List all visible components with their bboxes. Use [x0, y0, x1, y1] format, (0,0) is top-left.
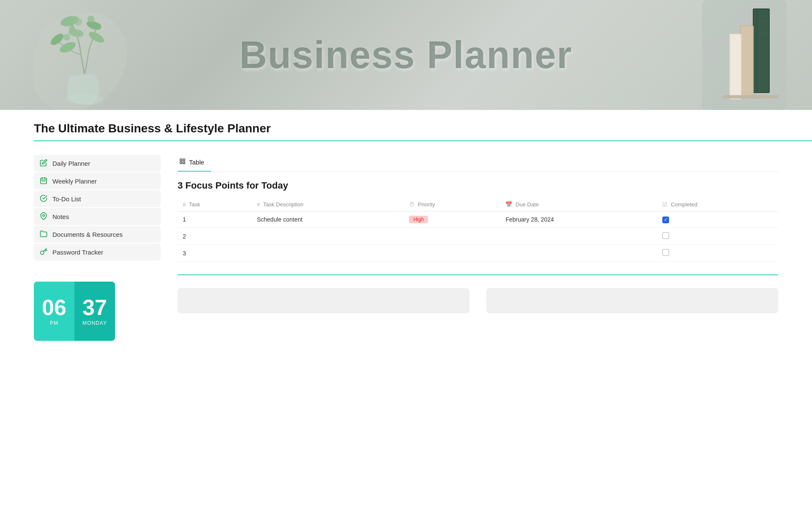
- sidebar-item-label-weekly-planner: Weekly Planner: [52, 178, 97, 185]
- svg-point-7: [63, 34, 70, 41]
- cell-task-desc: [252, 245, 404, 262]
- table-row: 2: [178, 228, 778, 245]
- content-area: Daily Planner Weekly Planner: [0, 155, 812, 358]
- svg-point-11: [95, 23, 101, 29]
- table-row: 3: [178, 245, 778, 262]
- lines-icon: ≡: [257, 201, 260, 208]
- right-content: Table 3 Focus Points for Today # # Task …: [178, 155, 778, 341]
- tab-table-label: Table: [189, 159, 204, 166]
- col-header-completed: ☑ Completed: [657, 198, 778, 211]
- sidebar-item-label-notes: Notes: [52, 213, 69, 220]
- page-title: The Ultimate Business & Lifestyle Planne…: [34, 122, 778, 135]
- plant-decoration: [25, 0, 144, 110]
- col-header-task-desc: ≡ Task Description: [252, 198, 404, 211]
- svg-rect-32: [183, 162, 185, 164]
- hero-title: Business Planner: [239, 33, 572, 77]
- check-sq-icon: ☑: [662, 201, 667, 208]
- cell-row-num: 2: [178, 228, 252, 245]
- sidebar-item-notes[interactable]: Notes: [34, 208, 161, 225]
- folder-icon: [40, 230, 48, 238]
- priority-badge: High: [409, 216, 428, 223]
- col-header-due-date: 📅 Due Date: [500, 198, 657, 211]
- svg-rect-18: [730, 35, 741, 99]
- cell-due-date: [500, 228, 657, 245]
- cal-icon: 📅: [505, 201, 512, 208]
- cell-completed[interactable]: [657, 228, 778, 245]
- svg-rect-16: [741, 26, 753, 96]
- svg-rect-13: [754, 9, 769, 92]
- bottom-card-2: [486, 288, 778, 313]
- check-circle-icon: [40, 195, 48, 203]
- bottom-cards: [178, 288, 778, 313]
- sidebar-item-label-password-tracker: Password Tracker: [52, 249, 103, 256]
- cell-priority: [404, 245, 500, 262]
- focus-table: # # Task ≡ Task Description ⏱ Priority 📅: [178, 198, 778, 262]
- focus-section-title: 3 Focus Points for Today: [178, 180, 778, 191]
- svg-point-5: [87, 30, 106, 45]
- cell-due-date: February 28, 2024: [500, 211, 657, 228]
- col-header-priority: ⏱ Priority: [404, 198, 500, 211]
- cell-row-num: 3: [178, 245, 252, 262]
- svg-rect-30: [180, 159, 182, 161]
- cell-completed[interactable]: [657, 245, 778, 262]
- books-decoration: [702, 0, 787, 110]
- section-divider: [178, 274, 778, 275]
- cell-task-desc: Schedule content: [252, 211, 404, 228]
- title-divider: [34, 140, 812, 141]
- svg-point-9: [74, 18, 82, 26]
- cell-priority: [404, 228, 500, 245]
- sidebar-item-daily-planner[interactable]: Daily Planner: [34, 155, 161, 172]
- checkbox-checked[interactable]: ✓: [662, 217, 669, 223]
- table-row: 1Schedule contentHighFebruary 28, 2024✓: [178, 211, 778, 228]
- cell-completed[interactable]: ✓: [657, 211, 778, 228]
- pin-icon: [40, 212, 48, 221]
- svg-point-29: [43, 214, 45, 217]
- svg-point-8: [69, 26, 75, 32]
- page-title-section: The Ultimate Business & Lifestyle Planne…: [0, 110, 812, 135]
- sidebar-item-label-daily-planner: Daily Planner: [52, 160, 90, 167]
- clock-hours-value: 06: [42, 296, 66, 318]
- hash-icon: #: [183, 201, 186, 208]
- sidebar-item-weekly-planner[interactable]: Weekly Planner: [34, 173, 161, 189]
- clock-hours-block: 06 PM: [34, 282, 74, 341]
- sidebar-item-label-documents-resources: Documents & Resources: [52, 231, 123, 238]
- sidebar-item-password-tracker[interactable]: Password Tracker: [34, 244, 161, 260]
- svg-rect-31: [183, 159, 185, 161]
- cell-due-date: [500, 245, 657, 262]
- sidebar-item-todo-list[interactable]: To-Do List: [34, 190, 161, 207]
- clock-day-label: MONDAY: [82, 320, 107, 326]
- clock-minutes-block: 37 MONDAY: [74, 282, 115, 341]
- clock-minutes-value: 37: [82, 296, 107, 318]
- checkbox-unchecked[interactable]: [662, 232, 669, 239]
- cell-task-desc: [252, 228, 404, 245]
- clock-period-label: PM: [50, 320, 58, 326]
- sidebar-item-documents-resources[interactable]: Documents & Resources: [34, 226, 161, 243]
- hero-banner: Business Planner: [0, 0, 812, 110]
- edit-icon: [40, 159, 48, 167]
- cell-priority: High: [404, 211, 500, 228]
- tab-bar: Table: [178, 155, 778, 172]
- svg-rect-21: [723, 95, 778, 99]
- svg-rect-33: [180, 162, 182, 164]
- tab-table[interactable]: Table: [178, 155, 211, 172]
- calendar-icon: [40, 177, 48, 185]
- sidebar-item-label-todo-list: To-Do List: [52, 195, 81, 203]
- clock-sm-icon: ⏱: [409, 201, 414, 208]
- clock-widget: 06 PM 37 MONDAY: [34, 282, 115, 341]
- table-grid-icon: [179, 158, 186, 166]
- sidebar: Daily Planner Weekly Planner: [34, 155, 161, 341]
- checkbox-unchecked[interactable]: [662, 249, 669, 256]
- bottom-card-1: [178, 288, 469, 313]
- col-header-task-num: # # Task: [178, 198, 252, 211]
- key-icon: [40, 248, 48, 256]
- cell-row-num: 1: [178, 211, 252, 228]
- svg-point-10: [88, 16, 94, 22]
